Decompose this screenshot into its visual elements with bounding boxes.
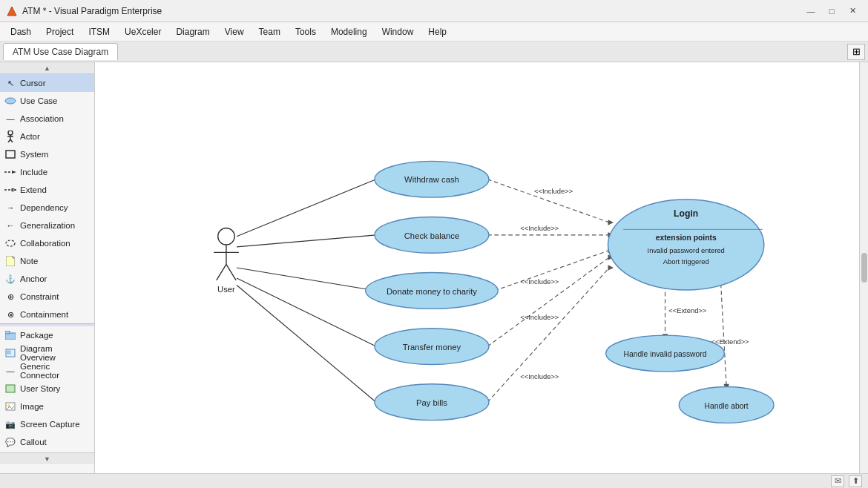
svg-rect-17 [7, 351, 10, 354]
sidebar-item-label: Cursor [20, 79, 46, 88]
menu-dash[interactable]: Dash [3, 24, 39, 39]
sidebar-item-cursor[interactable]: ↖ Cursor [0, 74, 94, 92]
constraint-icon: ⊕ [4, 291, 16, 303]
scroll-down-button[interactable]: ▼ [0, 452, 94, 464]
menu-itsm[interactable]: ITSM [81, 24, 117, 39]
sidebar-item-label: Generic Connector [20, 362, 90, 380]
sidebar-item-anchor[interactable]: ⚓ Anchor [0, 270, 94, 288]
screen-capture-icon: 📷 [4, 418, 16, 430]
svg-marker-9 [12, 171, 16, 174]
scrollbar-thumb[interactable] [861, 253, 867, 283]
sidebar-item-label: Actor [20, 132, 40, 141]
maximize-button[interactable]: □ [822, 4, 841, 19]
menu-project[interactable]: Project [39, 24, 81, 39]
sidebar-item-include[interactable]: Include [0, 163, 94, 181]
sidebar-item-dependency[interactable]: → Dependency [0, 199, 94, 217]
main-layout: ▲ ↖ Cursor Use Case — Association Actor … [0, 62, 868, 473]
sidebar-item-system[interactable]: System [0, 145, 94, 163]
sidebar-item-containment[interactable]: ⊗ Containment [0, 306, 94, 323]
include-label-2: <<Include>> [520, 225, 559, 232]
sidebar-item-generic-connector[interactable]: — Generic Connector [0, 362, 94, 380]
title-bar: ATM * - Visual Paradigm Enterprise — □ ✕ [0, 0, 868, 22]
sidebar-item-image[interactable]: Image [0, 398, 94, 415]
callout-icon: 💬 [4, 436, 16, 448]
generalization-icon: ← [4, 220, 16, 231]
diagram-overview-icon [4, 347, 16, 359]
note-icon [4, 255, 16, 267]
export-icon[interactable]: ⬆ [849, 475, 862, 487]
sidebar-item-screen-capture[interactable]: 📷 Screen Capture [0, 415, 94, 433]
svg-point-1 [5, 98, 16, 104]
actor-user[interactable]: User [214, 228, 239, 293]
actor-icon [4, 131, 16, 142]
usecase-pay-bills-label: Pay bills [416, 398, 447, 407]
svg-line-25 [217, 264, 226, 280]
login-point1: Invalid password entered [648, 247, 725, 254]
user-story-icon [4, 383, 16, 395]
extend-icon [4, 184, 16, 196]
sidebar-item-collaboration[interactable]: Collaboration [0, 234, 94, 252]
minimize-button[interactable]: — [801, 4, 821, 19]
dependency-icon: → [4, 202, 16, 214]
svg-point-22 [218, 228, 235, 245]
menu-diagram[interactable]: Diagram [168, 24, 217, 39]
menu-team[interactable]: Team [251, 24, 288, 39]
sidebar-item-package[interactable]: Package [0, 326, 94, 344]
sidebar-item-actor[interactable]: Actor [0, 128, 94, 145]
actor-label: User [217, 285, 235, 294]
sidebar-item-diagram-overview[interactable]: Diagram Overview [0, 344, 94, 362]
include-arrow-5 [608, 265, 614, 271]
include-icon [4, 166, 16, 178]
svg-line-26 [226, 264, 236, 280]
sidebar-item-label: Dependency [20, 203, 68, 212]
include-line-1 [487, 179, 609, 222]
sidebar-item-callout[interactable]: 💬 Callout [0, 433, 94, 451]
sidebar-item-user-story[interactable]: User Story [0, 380, 94, 398]
svg-rect-18 [6, 385, 15, 392]
include-arrow-1 [608, 220, 614, 225]
diagram-canvas[interactable]: User [95, 62, 859, 473]
svg-point-12 [6, 240, 15, 246]
mail-icon[interactable]: ✉ [831, 475, 844, 487]
bottom-bar: ✉ ⬆ [0, 473, 868, 488]
tab-layout-icon[interactable]: ⊞ [847, 44, 865, 60]
sidebar-item-usecase[interactable]: Use Case [0, 92, 94, 110]
usecase-donate-label: Donate money to charity [387, 287, 477, 296]
sidebar-item-association[interactable]: — Association [0, 110, 94, 128]
menu-window[interactable]: Window [375, 24, 421, 39]
usecase-handle-abort-label: Handle abort [705, 402, 749, 410]
association-icon: — [4, 113, 16, 125]
right-scrollbar[interactable] [859, 62, 868, 473]
sidebar-item-label: Containment [20, 310, 68, 319]
assoc-line-1 [237, 179, 376, 237]
close-button[interactable]: ✕ [843, 4, 862, 19]
sidebar-item-constraint[interactable]: ⊕ Constraint [0, 288, 94, 306]
usecase-icon [4, 95, 16, 107]
menu-help[interactable]: Help [421, 24, 454, 39]
scroll-up-button[interactable]: ▲ [0, 62, 94, 74]
menu-tools[interactable]: Tools [288, 24, 323, 39]
sidebar-item-extend[interactable]: Extend [0, 181, 94, 199]
sidebar-item-label: Include [20, 168, 47, 177]
usecase-transfer-label: Transfer money [403, 343, 461, 352]
usecase-withdraw-label: Withdraw cash [404, 175, 459, 184]
usecase-handle-invalid-label: Handle invalid password [624, 350, 707, 358]
login-point2: Abort triggered [663, 258, 709, 266]
sidebar-item-label: Diagram Overview [20, 344, 90, 362]
include-label-4: <<Include>> [520, 314, 559, 321]
sidebar-item-label: Association [20, 114, 64, 123]
login-title: Login [674, 208, 698, 219]
sidebar-item-generalization[interactable]: ← Generalization [0, 217, 94, 234]
menu-view[interactable]: View [217, 24, 251, 39]
assoc-line-4 [237, 278, 376, 346]
menu-modeling[interactable]: Modeling [323, 24, 375, 39]
sidebar-item-label: User Story [20, 384, 60, 393]
tab-label: ATM Use Case Diagram [13, 47, 108, 57]
sidebar-item-note[interactable]: Note [0, 252, 94, 270]
menu-uexceler[interactable]: UeXceler [117, 24, 168, 39]
sidebar-item-label: Screen Capture [20, 420, 80, 429]
include-label-3: <<Include>> [520, 278, 559, 286]
diagram-tab[interactable]: ATM Use Case Diagram [3, 43, 118, 60]
window-title: ATM * - Visual Paradigm Enterprise [22, 6, 801, 16]
svg-marker-13 [6, 256, 15, 266]
